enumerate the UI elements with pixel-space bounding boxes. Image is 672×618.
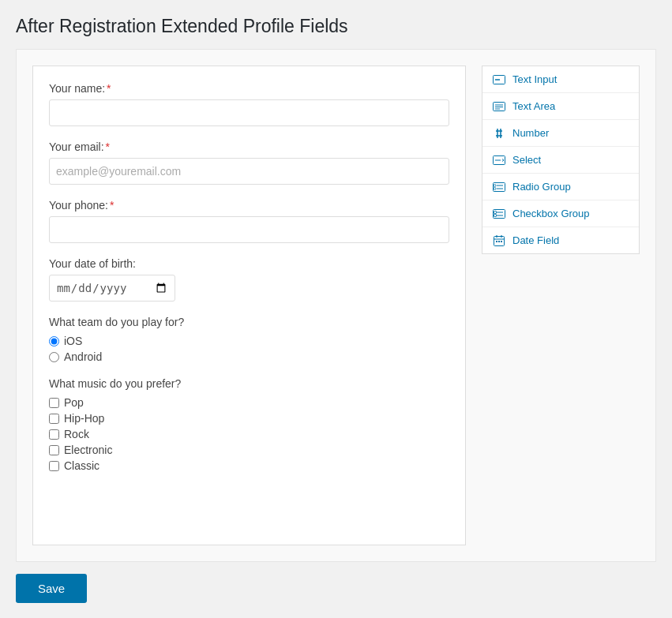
checkbox-electronic-label: Electronic (64, 444, 112, 456)
sidebar-item-text-area[interactable]: Text Area (482, 93, 639, 120)
checkbox-rock[interactable]: Rock (49, 428, 449, 440)
checkbox-hiphop-input[interactable] (49, 414, 59, 424)
sidebar-item-date-field[interactable]: Date Field (482, 227, 639, 253)
svg-rect-20 (494, 211, 497, 213)
checkbox-hiphop[interactable]: Hip-Hop (49, 412, 449, 425)
phone-input[interactable] (49, 216, 449, 243)
phone-required: * (110, 199, 114, 212)
sidebar-item-text-area-label: Text Area (512, 100, 555, 112)
checkbox-hiphop-label: Hip-Hop (64, 412, 104, 425)
select-icon (492, 155, 506, 166)
sidebar-item-select[interactable]: Select (482, 147, 639, 174)
sidebar-item-number[interactable]: Number (482, 120, 639, 147)
radio-option-ios[interactable]: iOS (49, 335, 449, 347)
name-label: Your name:* (49, 82, 449, 95)
sidebar-item-text-input-label: Text Input (512, 73, 557, 85)
checkbox-group-section: What music do you prefer? Pop Hip-Hop Ro… (49, 377, 449, 472)
radio-android-label: Android (64, 350, 102, 363)
main-container: Your name:* Your email:* Your phone:* Yo… (16, 49, 656, 562)
checkbox-pop[interactable]: Pop (49, 396, 449, 409)
date-field-icon (492, 235, 506, 246)
radio-option-android[interactable]: Android (49, 350, 449, 363)
checkbox-group-label: What music do you prefer? (49, 377, 449, 390)
save-section: Save (16, 574, 656, 603)
checkbox-pop-label: Pop (64, 396, 84, 409)
dob-input[interactable] (49, 275, 175, 302)
checkbox-rock-label: Rock (64, 428, 89, 440)
email-field: Your email:* (49, 140, 449, 185)
radio-ios[interactable] (49, 336, 59, 346)
email-required: * (106, 140, 110, 153)
sidebar-item-checkbox-group-label: Checkbox Group (512, 208, 590, 219)
sidebar-item-date-field-label: Date Field (512, 234, 559, 246)
svg-rect-27 (498, 241, 500, 242)
checkbox-classic[interactable]: Classic (49, 459, 449, 472)
radio-ios-label: iOS (64, 335, 82, 347)
radio-group-section: What team do you play for? iOS Android (49, 316, 449, 363)
form-area: Your name:* Your email:* Your phone:* Yo… (32, 66, 466, 545)
radio-group-icon (492, 182, 506, 193)
name-field: Your name:* (49, 82, 449, 126)
text-input-icon (492, 74, 506, 85)
email-input[interactable] (49, 158, 449, 185)
name-input[interactable] (49, 99, 449, 126)
phone-label: Your phone:* (49, 199, 449, 212)
checkbox-rock-input[interactable] (49, 429, 59, 440)
checkbox-classic-label: Classic (64, 459, 99, 472)
sidebar-item-text-input[interactable]: Text Input (482, 66, 639, 93)
sidebar-item-number-label: Number (512, 127, 549, 139)
name-required: * (107, 82, 111, 95)
sidebar-item-checkbox-group[interactable]: Checkbox Group (482, 200, 639, 227)
sidebar-item-select-label: Select (512, 154, 541, 166)
dob-label: Your date of birth: (49, 257, 449, 270)
sidebar-item-radio-group[interactable]: Radio Group (482, 174, 639, 200)
svg-point-16 (494, 187, 496, 189)
svg-point-15 (494, 184, 496, 186)
checkbox-electronic-input[interactable] (49, 445, 59, 455)
radio-android[interactable] (49, 352, 59, 362)
number-icon (492, 128, 506, 139)
checkbox-classic-input[interactable] (49, 461, 59, 471)
phone-field: Your phone:* (49, 199, 449, 243)
sidebar: Text Input Text Area (482, 66, 640, 254)
page-title: After Registration Extended Profile Fiel… (16, 16, 656, 37)
svg-rect-26 (496, 241, 497, 242)
checkbox-pop-input[interactable] (49, 398, 59, 408)
checkbox-electronic[interactable]: Electronic (49, 444, 449, 456)
dob-field: Your date of birth: (49, 257, 449, 302)
save-button[interactable]: Save (16, 574, 87, 603)
sidebar-item-radio-group-label: Radio Group (512, 181, 571, 193)
radio-group-label: What team do you play for? (49, 316, 449, 328)
text-area-icon (492, 101, 506, 112)
checkbox-group-icon (492, 208, 506, 219)
email-label: Your email:* (49, 140, 449, 153)
svg-rect-28 (501, 241, 502, 242)
svg-rect-21 (494, 214, 497, 216)
